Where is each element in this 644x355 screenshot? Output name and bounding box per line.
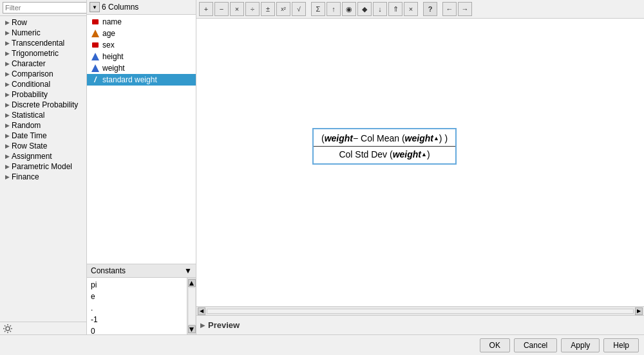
svg-rect-1 [92, 19, 99, 24]
constants-header[interactable]: Constants ▼ [87, 264, 196, 278]
tb-uparrow-btn[interactable]: ↑ [327, 2, 341, 16]
trigonometric-arrow: ▶ [5, 50, 10, 57]
formula-box: ( weight − Col Mean ( weight ▲ ) ) Col S… [312, 128, 457, 165]
nominal-icon-name [91, 17, 100, 26]
category-item-statistical[interactable]: ▶ Statistical [0, 110, 86, 120]
const-neg1-label: -1 [91, 315, 98, 324]
category-item-rowstate[interactable]: ▶ Row State [0, 141, 86, 151]
help-button[interactable]: Help [603, 338, 639, 352]
tb-sqrt-btn[interactable]: √ [292, 2, 306, 16]
category-item-row[interactable]: ▶ Row [0, 17, 86, 28]
formula-icon-standard-weight: / [94, 75, 96, 84]
h-scroll-track[interactable] [207, 309, 634, 314]
scroll-track [189, 288, 195, 324]
rowstate-arrow: ▶ [5, 143, 10, 149]
tb-help-btn[interactable]: ? [423, 2, 437, 16]
category-item-datetime[interactable]: ▶ Date Time [0, 131, 86, 141]
apply-button[interactable]: Apply [561, 338, 600, 352]
category-item-numeric[interactable]: ▶ Numeric [0, 28, 86, 38]
tb-diamond-btn[interactable]: ◆ [357, 2, 372, 16]
column-age-label: age [102, 29, 115, 38]
finance-arrow: ▶ [5, 174, 10, 180]
column-standard-weight-label: standard weight [102, 75, 157, 84]
column-weight-label: weight [102, 64, 125, 73]
const-item-e[interactable]: e [87, 291, 196, 302]
category-item-assignment[interactable]: ▶ Assignment [0, 151, 86, 161]
tb-delete-btn[interactable]: × [404, 2, 418, 16]
constants-dropdown-icon: ▼ [184, 266, 192, 275]
preview-expand-icon[interactable]: ▶ [200, 322, 205, 329]
const-item-pi[interactable]: pi [87, 279, 196, 291]
ok-button[interactable]: OK [480, 338, 510, 352]
tb-add-btn[interactable]: + [199, 2, 213, 16]
category-item-character[interactable]: ▶ Character [0, 59, 86, 69]
character-arrow: ▶ [5, 60, 10, 67]
category-item-probability[interactable]: ▶ Probability [0, 89, 86, 100]
svg-marker-4 [91, 53, 99, 60]
row-arrow: ▶ [5, 19, 10, 26]
parametric-arrow: ▶ [5, 163, 10, 170]
scroll-up-arrow[interactable]: ▲ [188, 279, 196, 287]
const-item-zero[interactable]: 0 [87, 325, 196, 334]
columns-header: ▼ 6 Columns [87, 0, 196, 15]
column-item-age[interactable]: age [87, 28, 196, 39]
const-item-dot[interactable]: . [87, 302, 196, 314]
assignment-label: Assignment [12, 152, 52, 161]
category-item-conditional[interactable]: ▶ Conditional [0, 79, 86, 89]
filter-input[interactable] [3, 2, 87, 14]
category-item-trigonometric[interactable]: ▶ Trigonometric [0, 48, 86, 59]
column-list: name age sex height [87, 15, 196, 264]
probability-label: Probability [12, 90, 48, 99]
scroll-right-arrow[interactable]: ▶ [635, 307, 643, 315]
formula-minus-colmean: − Col Mean ( [353, 133, 405, 143]
category-item-finance[interactable]: ▶ Finance [0, 172, 86, 182]
tb-sum-btn[interactable]: Σ [311, 2, 325, 16]
comparison-arrow: ▶ [5, 71, 10, 77]
tb-xsquared-btn[interactable]: x² [276, 2, 290, 16]
cancel-button[interactable]: Cancel [514, 338, 557, 352]
tb-undo-btn[interactable]: ← [442, 2, 457, 16]
datetime-arrow: ▶ [5, 132, 10, 139]
scroll-down-arrow[interactable]: ▼ [188, 325, 196, 333]
gear-icon[interactable] [3, 323, 13, 334]
formula-weight-var3: weight [393, 149, 421, 159]
formula-scrollbar-h: ◀ ▶ [196, 306, 644, 315]
formula-area[interactable]: ( weight − Col Mean ( weight ▲ ) ) Col S… [196, 19, 644, 306]
conditional-label: Conditional [12, 80, 50, 89]
tb-downarrow-btn[interactable]: ↓ [373, 2, 387, 16]
character-label: Character [12, 59, 46, 68]
const-item-neg1[interactable]: -1 [87, 314, 196, 325]
filter-bar: 🔍 ▼ [0, 0, 86, 16]
category-item-discrete-probability[interactable]: ▶ Discrete Probability [0, 100, 86, 110]
columns-dropdown-btn[interactable]: ▼ [90, 2, 100, 12]
column-item-name[interactable]: name [87, 16, 196, 28]
tb-redo-btn[interactable]: → [458, 2, 472, 16]
tb-subtract-btn[interactable]: − [214, 2, 229, 16]
column-item-weight[interactable]: weight [87, 62, 196, 74]
const-dot-label: . [91, 304, 93, 313]
trigonometric-label: Trigonometric [12, 49, 59, 58]
category-item-random[interactable]: ▶ Random [0, 120, 86, 131]
category-item-transcendental[interactable]: ▶ Transcendental [0, 38, 86, 48]
column-item-sex[interactable]: sex [87, 39, 196, 51]
numeric-label: Numeric [12, 28, 41, 37]
constants-header-label: Constants [91, 266, 126, 275]
tb-circle-btn[interactable]: ◉ [342, 2, 356, 16]
constants-list: pi e . -1 0 ▲ ▼ [87, 278, 196, 334]
const-pi-label: pi [91, 280, 97, 289]
random-arrow: ▶ [5, 122, 10, 129]
tb-upshift-btn[interactable]: ⇑ [388, 2, 402, 16]
conditional-arrow: ▶ [5, 81, 10, 87]
formula-weight-var1: weight [325, 133, 353, 143]
random-label: Random [12, 121, 41, 130]
tb-multiply-btn[interactable]: × [230, 2, 244, 16]
category-item-parametric[interactable]: ▶ Parametric Model [0, 161, 86, 172]
preview-label: Preview [208, 320, 240, 330]
tb-plusminus-btn[interactable]: ± [261, 2, 275, 16]
tb-divide-btn[interactable]: ÷ [245, 2, 260, 16]
column-item-height[interactable]: height [87, 51, 196, 62]
column-item-standard-weight[interactable]: / standard weight [87, 74, 196, 86]
scroll-left-arrow[interactable]: ◀ [198, 307, 205, 315]
category-item-comparison[interactable]: ▶ Comparison [0, 69, 86, 79]
formula-subscript1: ▲ [433, 135, 439, 141]
